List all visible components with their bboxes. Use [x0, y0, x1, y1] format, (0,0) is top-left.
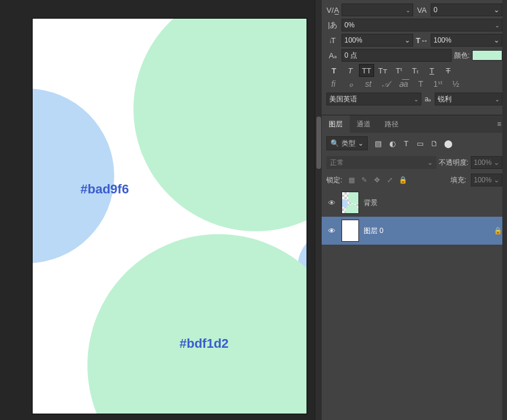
underline-button[interactable]: T	[424, 64, 439, 77]
ot-stylistic-icon[interactable]: 𝒜	[379, 79, 393, 89]
lock-position-icon[interactable]: ✥	[372, 175, 382, 185]
circle-blue-left	[33, 89, 114, 263]
baseline-icon: Aₐ	[326, 50, 339, 61]
ot-swash-icon[interactable]: ℴ	[344, 79, 358, 89]
filter-pixel-icon[interactable]: ▧	[374, 139, 383, 148]
filter-adjust-icon[interactable]: ◐	[388, 139, 397, 148]
hscale-icon: T↔	[416, 34, 428, 46]
kerning-combo[interactable]: ⌄	[341, 3, 413, 16]
hex-label-blue[interactable]: #bad9f6	[80, 182, 129, 197]
ot-fractions-icon[interactable]: ½	[449, 79, 463, 89]
tab-layers[interactable]: 图层	[322, 115, 350, 133]
lock-icon[interactable]: 🔒	[494, 227, 502, 235]
blend-mode-combo[interactable]: 正常⌄	[326, 156, 436, 169]
allcaps-button[interactable]: TT	[359, 64, 374, 77]
color-label: 颜色:	[454, 51, 470, 61]
type-style-row: T T TT Tᴛ Tᵗ Tₜ T T	[326, 64, 502, 77]
tracking-field[interactable]: 0⌄	[431, 3, 502, 16]
character-panel: V/A̲ ⌄ V͏A 0⌄ |あ 0%⌄ ᵢT 100%⌄ T↔ 100%⌄ A…	[322, 0, 507, 110]
tab-paths[interactable]: 路径	[378, 115, 406, 133]
canvas-area[interactable]: #bad9f6 #bdf1d2	[0, 0, 315, 420]
panel-tabs: 图层 通道 路径 ≡	[322, 115, 507, 133]
vertical-scale-glyph-icon: |あ	[326, 19, 339, 31]
ot-discretionary-icon[interactable]: st	[361, 79, 375, 89]
visibility-icon[interactable]: 👁	[326, 199, 337, 207]
subscript-button[interactable]: Tₜ	[408, 64, 423, 77]
ot-ordinals-icon[interactable]: 1ˢᵗ	[431, 79, 445, 89]
fill-label: 填充:	[450, 175, 466, 185]
opacity-label: 不透明度:	[439, 158, 469, 168]
va-icon: V/A̲	[326, 4, 339, 16]
layers-panel: 图层 通道 路径 ≡ 🔍 类型 ⌄ ▧ ◐ T ▭ 🗋 ⬤	[322, 115, 507, 245]
lock-transparent-icon[interactable]: ▦	[347, 175, 356, 185]
va-percent-combo[interactable]: 0%⌄	[341, 19, 502, 31]
tracking-icon: V͏A	[416, 4, 428, 16]
baseline-field[interactable]: 0 点	[341, 49, 452, 62]
filter-shape-icon[interactable]: ▭	[416, 139, 425, 148]
superscript-button[interactable]: Tᵗ	[392, 64, 407, 77]
vscale-field[interactable]: 100%⌄	[341, 34, 413, 47]
search-icon: 🔍	[330, 139, 339, 147]
panel-scrollbar[interactable]	[315, 0, 322, 420]
ot-contextual-icon[interactable]: T	[414, 79, 428, 89]
lock-all-icon[interactable]: 🔒	[398, 175, 407, 185]
circle-green-bottom	[87, 234, 307, 414]
aa-label: aₐ	[425, 95, 432, 103]
bold-button[interactable]: T	[326, 64, 341, 77]
language-combo[interactable]: 美国英语⌄	[326, 93, 421, 105]
layer-row[interactable]: 👁 背景	[322, 189, 507, 217]
filter-type-icon[interactable]: T	[402, 139, 411, 148]
opentype-row: fi ℴ st 𝒜 a͞a T 1ˢᵗ ½	[326, 79, 502, 89]
artboard[interactable]: #bad9f6 #bdf1d2	[33, 19, 307, 414]
vscale-icon: ᵢT	[326, 34, 339, 46]
italic-button[interactable]: T	[343, 64, 358, 77]
ot-ligature-icon[interactable]: fi	[326, 79, 340, 89]
hscale-field[interactable]: 100%⌄	[431, 34, 502, 47]
antialias-combo[interactable]: 锐利⌄	[435, 93, 502, 105]
layer-filter-combo[interactable]: 🔍 类型 ⌄	[326, 136, 368, 150]
tab-channels[interactable]: 通道	[350, 115, 378, 133]
visibility-icon[interactable]: 👁	[326, 227, 337, 235]
filter-smart-icon[interactable]: 🗋	[429, 139, 439, 148]
hex-label-green[interactable]: #bdf1d2	[179, 336, 228, 351]
layer-thumbnail[interactable]	[341, 192, 359, 214]
smallcaps-button[interactable]: Tᴛ	[375, 64, 390, 77]
lock-artboard-icon[interactable]: ⤢	[385, 175, 395, 185]
layer-thumbnail[interactable]	[341, 220, 359, 242]
color-swatch[interactable]	[472, 50, 502, 61]
opacity-field[interactable]: 100%⌄	[471, 156, 502, 169]
layer-name[interactable]: 背景	[364, 198, 502, 208]
fill-field[interactable]: 100%⌄	[471, 174, 502, 186]
ot-titling-icon[interactable]: a͞a	[396, 79, 410, 89]
circle-green-top	[133, 19, 307, 231]
lock-pixels-icon[interactable]: ✎	[360, 175, 369, 185]
filter-toggle-icon[interactable]: ⬤	[443, 139, 453, 148]
layer-row[interactable]: 👁 图层 0 🔒	[322, 217, 507, 245]
strikethrough-button[interactable]: T	[441, 64, 456, 77]
dock-strip	[502, 0, 507, 420]
layer-name[interactable]: 图层 0	[364, 226, 489, 236]
lock-label: 锁定:	[326, 175, 342, 185]
